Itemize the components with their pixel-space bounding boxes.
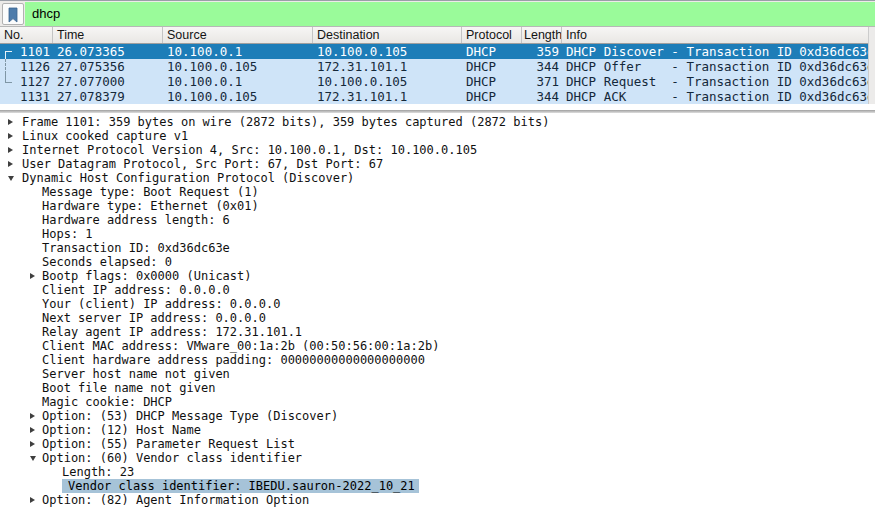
detail-row-text: Boot file name not given xyxy=(42,381,215,395)
detail-row[interactable]: Option: (53) DHCP Message Type (Discover… xyxy=(0,409,875,423)
display-filter-input[interactable]: dhcp xyxy=(25,2,875,26)
chevron-right-icon[interactable] xyxy=(30,413,35,419)
chevron-right-icon[interactable] xyxy=(8,133,13,139)
detail-row[interactable]: Client hardware address padding: 0000000… xyxy=(0,353,875,367)
detail-row[interactable]: Relay agent IP address: 172.31.101.1 xyxy=(0,325,875,339)
detail-row[interactable]: Message type: Boot Request (1) xyxy=(0,185,875,199)
detail-row[interactable]: Next server IP address: 0.0.0.0 xyxy=(0,311,875,325)
detail-row[interactable]: Option: (55) Parameter Request List xyxy=(0,437,875,451)
detail-row-text: Transaction ID: 0xd36dc63e xyxy=(42,241,230,255)
packet-detail-pane: Frame 1101: 359 bytes on wire (2872 bits… xyxy=(0,113,875,511)
detail-row-text: Hops: 1 xyxy=(42,227,93,241)
detail-row[interactable]: Option: (82) Agent Information Option xyxy=(0,493,875,507)
packet-row[interactable]: 113127.07837910.100.0.105172.31.101.1DHC… xyxy=(0,89,875,104)
detail-row[interactable]: Transaction ID: 0xd36dc63e xyxy=(0,241,875,255)
detail-row[interactable]: Seconds elapsed: 0 xyxy=(0,255,875,269)
detail-row[interactable]: Server host name not given xyxy=(0,367,875,381)
detail-row-text: Message type: Boot Request (1) xyxy=(42,185,259,199)
column-header-no[interactable]: No. xyxy=(0,27,53,43)
detail-row-text: Option: (60) Vendor class identifier xyxy=(42,451,302,465)
detail-row[interactable]: Hardware address length: 6 xyxy=(0,213,875,227)
packet-row[interactable]: 112627.07535610.100.0.105172.31.101.1DHC… xyxy=(0,59,875,74)
packet-row[interactable]: 110126.07336510.100.0.110.100.0.105DHCP3… xyxy=(0,44,875,59)
detail-row[interactable]: Hops: 1 xyxy=(0,227,875,241)
chevron-down-icon[interactable] xyxy=(8,176,14,181)
filter-bookmark-button[interactable] xyxy=(2,3,24,25)
detail-row[interactable]: Option: (60) Vendor class identifier xyxy=(0,451,875,465)
detail-row[interactable]: Boot file name not given xyxy=(0,381,875,395)
bookmark-icon xyxy=(6,7,20,23)
packet-cell-info: DHCP ACK - Transaction ID 0xd36dc63e xyxy=(562,89,875,104)
detail-row[interactable]: Internet Protocol Version 4, Src: 10.100… xyxy=(0,143,875,157)
detail-row-text: Hardware type: Ethernet (0x01) xyxy=(42,199,259,213)
detail-row-text: Internet Protocol Version 4, Src: 10.100… xyxy=(22,143,477,157)
detail-row-text: Server host name not given xyxy=(42,367,230,381)
packet-cell-info: DHCP Discover - Transaction ID 0xd36dc63… xyxy=(562,44,875,59)
detail-row[interactable]: Option: (12) Host Name xyxy=(0,423,875,437)
detail-row[interactable]: Frame 1101: 359 bytes on wire (2872 bits… xyxy=(0,115,875,129)
packet-cell-time: 26.073365 xyxy=(53,44,163,59)
packet-cell-source: 10.100.0.1 xyxy=(163,74,313,89)
detail-row-text: Magic cookie: DHCP xyxy=(42,395,172,409)
column-header-destination[interactable]: Destination xyxy=(313,27,462,43)
detail-row[interactable]: Client IP address: 0.0.0.0 xyxy=(0,283,875,297)
detail-row-text: Option: (82) Agent Information Option xyxy=(42,493,309,507)
column-header-source[interactable]: Source xyxy=(163,27,313,43)
packet-cell-protocol: DHCP xyxy=(462,89,522,104)
detail-row-text: Hardware address length: 6 xyxy=(42,213,230,227)
packet-cell-length: 344 xyxy=(522,59,562,74)
packet-cell-destination: 10.100.0.105 xyxy=(313,44,462,59)
detail-row[interactable]: User Datagram Protocol, Src Port: 67, Ds… xyxy=(0,157,875,171)
detail-row[interactable]: Bootp flags: 0x0000 (Unicast) xyxy=(0,269,875,283)
wireshark-window: dhcp No.TimeSourceDestinationProtocolLen… xyxy=(0,0,875,511)
detail-row[interactable]: Your (client) IP address: 0.0.0.0 xyxy=(0,297,875,311)
detail-row[interactable]: Magic cookie: DHCP xyxy=(0,395,875,409)
chevron-right-icon[interactable] xyxy=(8,119,13,125)
chevron-right-icon[interactable] xyxy=(8,161,13,167)
detail-row[interactable]: Hardware type: Ethernet (0x01) xyxy=(0,199,875,213)
packet-row[interactable]: 112727.07700010.100.0.110.100.0.105DHCP3… xyxy=(0,74,875,89)
chevron-right-icon[interactable] xyxy=(8,147,13,153)
packet-cell-length: 371 xyxy=(522,74,562,89)
packet-cell-protocol: DHCP xyxy=(462,74,522,89)
chevron-right-icon[interactable] xyxy=(30,441,35,447)
detail-row[interactable]: Dynamic Host Configuration Protocol (Dis… xyxy=(0,171,875,185)
detail-row-text: Client IP address: 0.0.0.0 xyxy=(42,283,230,297)
packet-cell-protocol: DHCP xyxy=(462,59,522,74)
packet-cell-source: 10.100.0.105 xyxy=(163,59,313,74)
packet-cell-info: DHCP Request - Transaction ID 0xd36dc63e xyxy=(562,74,875,89)
related-packet-indicator xyxy=(5,74,12,83)
detail-row-text: Option: (12) Host Name xyxy=(42,423,201,437)
detail-row[interactable]: Linux cooked capture v1 xyxy=(0,129,875,143)
packet-cell-time: 27.077000 xyxy=(53,74,163,89)
packet-cell-info: DHCP Offer - Transaction ID 0xd36dc63e xyxy=(562,59,875,74)
column-header-protocol[interactable]: Protocol xyxy=(462,27,522,43)
packet-cell-time: 27.078379 xyxy=(53,89,163,104)
detail-row-text: Linux cooked capture v1 xyxy=(22,129,188,143)
vertical-scrollbar[interactable] xyxy=(868,27,875,104)
chevron-right-icon[interactable] xyxy=(30,427,35,433)
packet-cell-protocol: DHCP xyxy=(462,44,522,59)
detail-row[interactable]: Length: 23 xyxy=(0,465,875,479)
packet-cell-length: 359 xyxy=(522,44,562,59)
detail-row-text: Vendor class identifier: IBEDU.sauron-20… xyxy=(62,479,419,493)
detail-row-text: Frame 1101: 359 bytes on wire (2872 bits… xyxy=(22,115,549,129)
column-header-length[interactable]: Length xyxy=(522,27,562,43)
detail-row-text: Option: (53) DHCP Message Type (Discover… xyxy=(42,409,338,423)
detail-row-text: Bootp flags: 0x0000 (Unicast) xyxy=(42,269,252,283)
column-header-info[interactable]: Info xyxy=(562,27,875,43)
detail-row-text: Your (client) IP address: 0.0.0.0 xyxy=(42,297,280,311)
detail-row-text: Dynamic Host Configuration Protocol (Dis… xyxy=(22,171,354,185)
detail-row[interactable]: Client MAC address: VMware_00:1a:2b (00:… xyxy=(0,339,875,353)
detail-row-text: User Datagram Protocol, Src Port: 67, Ds… xyxy=(22,157,383,171)
detail-row[interactable]: Vendor class identifier: IBEDU.sauron-20… xyxy=(0,479,875,493)
packet-list-header: No.TimeSourceDestinationProtocolLengthIn… xyxy=(0,26,875,44)
packet-cell-destination: 10.100.0.105 xyxy=(313,74,462,89)
packet-cell-destination: 172.31.101.1 xyxy=(313,59,462,74)
chevron-right-icon[interactable] xyxy=(30,497,35,503)
detail-row-text: Next server IP address: 0.0.0.0 xyxy=(42,311,266,325)
detail-row-text: Client hardware address padding: 0000000… xyxy=(42,353,425,367)
column-header-time[interactable]: Time xyxy=(53,27,163,43)
chevron-down-icon[interactable] xyxy=(30,456,36,461)
chevron-right-icon[interactable] xyxy=(30,273,35,279)
